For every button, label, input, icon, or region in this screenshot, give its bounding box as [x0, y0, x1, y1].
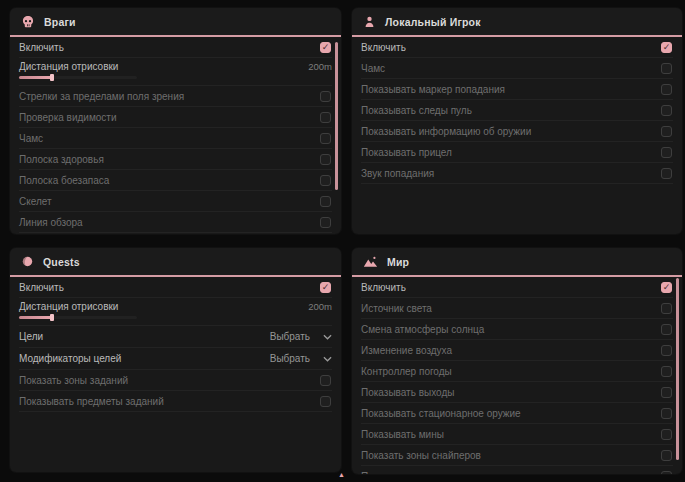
panel-body: Включить✓Дистанция отрисовки200mСтрелки …: [10, 37, 341, 234]
setting-label: Включить: [19, 42, 64, 53]
slider-fill: [19, 316, 52, 319]
setting-row-toggle[interactable]: Линия обзора: [19, 212, 332, 233]
checkbox-unchecked[interactable]: [661, 84, 672, 95]
checkbox-unchecked[interactable]: [320, 154, 331, 165]
panel-title: Локальный Игрок: [385, 16, 481, 28]
setting-label: Показать зоны снайперов: [361, 450, 481, 461]
checkbox-unchecked[interactable]: [320, 133, 331, 144]
setting-row-toggle[interactable]: Показывать мины: [361, 424, 673, 445]
checkbox-checked[interactable]: ✓: [661, 42, 672, 53]
mountain-icon: [363, 255, 378, 268]
panel-title: Враги: [44, 16, 76, 28]
panel-local-player: Локальный Игрок Включить✓ЧамсПоказывать …: [352, 8, 682, 234]
setting-row-toggle[interactable]: Показывать стационарное оружие: [361, 403, 673, 424]
dropdown[interactable]: Выбрать: [270, 331, 332, 342]
slider-value: 200m: [308, 61, 332, 72]
setting-row-toggle[interactable]: Скелет: [19, 191, 332, 212]
setting-row-select[interactable]: Модификаторы целейВыбрать: [19, 348, 332, 370]
checkbox-unchecked[interactable]: [320, 396, 331, 407]
dropdown[interactable]: Выбрать: [270, 353, 332, 364]
setting-row-toggle[interactable]: Чамс: [19, 128, 332, 149]
setting-label: Включить: [361, 42, 406, 53]
setting-row-toggle[interactable]: Включить✓: [19, 37, 332, 58]
setting-row-toggle[interactable]: Источник света: [361, 298, 673, 319]
scrollbar-thumb[interactable]: [676, 278, 679, 460]
person-icon: [363, 15, 376, 29]
setting-row-toggle[interactable]: Чамс: [361, 58, 673, 79]
setting-label: Включить: [361, 282, 406, 293]
checkbox-unchecked[interactable]: [661, 147, 672, 158]
checkbox-unchecked[interactable]: [661, 324, 672, 335]
panel-body: Включить✓Дистанция отрисовки200mЦелиВыбр…: [10, 277, 341, 412]
checkbox-checked[interactable]: ✓: [320, 282, 331, 293]
setting-row-toggle[interactable]: Включить✓: [361, 277, 673, 298]
checkbox-unchecked[interactable]: [661, 408, 672, 419]
setting-label: Скелет: [19, 196, 52, 207]
slider-thumb[interactable]: [50, 74, 54, 81]
setting-row-toggle[interactable]: Изменение воздуха: [361, 340, 673, 361]
checkbox-unchecked[interactable]: [661, 168, 672, 179]
setting-row-toggle[interactable]: Включить✓: [19, 277, 332, 298]
setting-label: Полоска боезапаса: [19, 175, 109, 186]
setting-row-toggle[interactable]: Показывать следы пуль: [19, 233, 332, 234]
setting-label: Цели: [19, 331, 43, 342]
setting-row-toggle[interactable]: Смена атмосферы солнца: [361, 319, 673, 340]
setting-label: Чамс: [361, 63, 385, 74]
checkbox-unchecked[interactable]: [661, 471, 672, 475]
setting-row-toggle[interactable]: Показывать маркер попадания: [361, 79, 673, 100]
setting-label: Показывать следы пуль: [361, 105, 472, 116]
checkbox-unchecked[interactable]: [661, 126, 672, 137]
setting-row-toggle[interactable]: Показывать выходы: [361, 382, 673, 403]
setting-row-toggle[interactable]: Включить✓: [361, 37, 673, 58]
setting-label: Дистанция отрисовки: [19, 301, 118, 312]
slider-track[interactable]: [19, 316, 137, 319]
scrollbar-thumb[interactable]: [335, 42, 338, 190]
checkbox-unchecked[interactable]: [320, 375, 331, 386]
checkbox-checked[interactable]: ✓: [661, 282, 672, 293]
setting-row-toggle[interactable]: Контроллер погоды: [361, 361, 673, 382]
checkbox-unchecked[interactable]: [320, 91, 331, 102]
slider-header: Дистанция отрисовки200m: [19, 301, 332, 312]
setting-label: Включить: [19, 282, 64, 293]
setting-row-select[interactable]: ЦелиВыбрать: [19, 326, 332, 348]
slider-track[interactable]: [19, 76, 137, 79]
quest-circle-icon: [21, 255, 34, 268]
skull-icon: [21, 15, 35, 29]
setting-row-toggle[interactable]: Показывать информацию об оружии: [361, 121, 673, 142]
setting-row-toggle[interactable]: Полоска здоровья: [19, 149, 332, 170]
panel-body: Включить✓ЧамсПоказывать маркер попадания…: [352, 37, 682, 184]
setting-row-toggle[interactable]: Звук попадания: [361, 163, 673, 184]
checkbox-unchecked[interactable]: [661, 387, 672, 398]
checkbox-unchecked[interactable]: [661, 450, 672, 461]
setting-label: Показать зоны заданий: [19, 375, 128, 386]
checkbox-unchecked[interactable]: [320, 196, 331, 207]
setting-label: Показывать предметы заданий: [19, 396, 164, 407]
checkbox-unchecked[interactable]: [661, 63, 672, 74]
setting-row-toggle[interactable]: Полоска боезапаса: [19, 170, 332, 191]
setting-label: Показать точки выхода: [361, 471, 468, 475]
checkbox-unchecked[interactable]: [320, 217, 331, 228]
checkbox-unchecked[interactable]: [320, 112, 331, 123]
checkbox-unchecked[interactable]: [661, 345, 672, 356]
setting-row-slider: Дистанция отрисовки200m: [19, 298, 332, 326]
checkbox-checked[interactable]: ✓: [320, 42, 331, 53]
setting-row-toggle[interactable]: Показать зоны заданий: [19, 370, 332, 391]
setting-label: Проверка видимости: [19, 112, 117, 123]
setting-row-toggle[interactable]: Показать зоны снайперов: [361, 445, 673, 466]
setting-row-toggle[interactable]: Показать точки выхода: [361, 466, 673, 474]
slider-thumb[interactable]: [50, 314, 54, 321]
setting-label: Звук попадания: [361, 168, 434, 179]
scroll-indicator-icon[interactable]: ▲: [338, 471, 345, 478]
setting-row-toggle[interactable]: Показывать предметы заданий: [19, 391, 332, 412]
slider-value: 200m: [308, 301, 332, 312]
setting-label: Изменение воздуха: [361, 345, 452, 356]
setting-row-toggle[interactable]: Показывать прицел: [361, 142, 673, 163]
setting-row-toggle[interactable]: Проверка видимости: [19, 107, 332, 128]
checkbox-unchecked[interactable]: [661, 303, 672, 314]
checkbox-unchecked[interactable]: [320, 175, 331, 186]
setting-row-toggle[interactable]: Показывать следы пуль: [361, 100, 673, 121]
checkbox-unchecked[interactable]: [661, 105, 672, 116]
setting-row-toggle[interactable]: Стрелки за пределами поля зрения: [19, 86, 332, 107]
checkbox-unchecked[interactable]: [661, 366, 672, 377]
checkbox-unchecked[interactable]: [661, 429, 672, 440]
